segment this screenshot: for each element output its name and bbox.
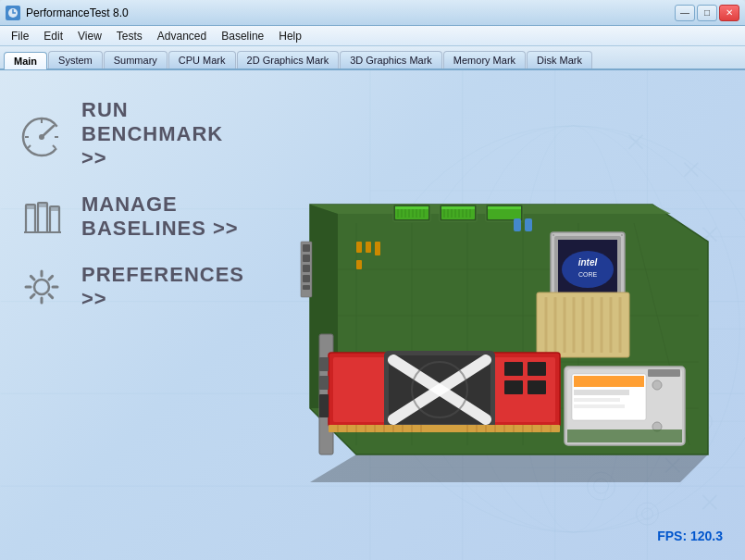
svg-rect-88 [441,206,475,209]
menu-bar: FileEditViewTestsAdvancedBaselineHelp [0,26,745,46]
main-content: RUN BENCHMARK >> MANAGE BASELINES >> [0,70,745,560]
fps-label: FPS: 120.3 [657,529,723,543]
svg-rect-176 [303,275,310,282]
svg-rect-107 [621,234,623,236]
tab-disk-mark[interactable]: Disk Mark [527,51,592,68]
tab-bar: MainSystemSummaryCPU Mark2D Graphics Mar… [0,46,745,70]
svg-rect-166 [356,242,362,253]
svg-rect-50 [50,206,59,211]
svg-rect-167 [366,242,371,253]
gear-icon [19,263,65,311]
svg-text:intel: intel [578,257,598,268]
maximize-button[interactable]: □ [697,5,717,21]
svg-rect-164 [319,376,329,390]
close-button[interactable]: ✕ [719,5,739,21]
run-benchmark-item[interactable]: RUN BENCHMARK >> [0,89,259,180]
svg-rect-142 [329,425,560,432]
menu-item-baseline[interactable]: Baseline [214,28,271,44]
svg-rect-140 [504,380,523,394]
menu-item-view[interactable]: View [70,28,109,44]
svg-line-58 [49,294,53,298]
tab-2d-graphics-mark[interactable]: 2D Graphics Mark [237,51,340,68]
svg-text:CORE: CORE [578,271,598,278]
svg-line-40 [28,145,31,148]
title-bar: PerformanceTest 8.0 — □ ✕ [0,0,745,26]
title-bar-left: PerformanceTest 8.0 [6,6,129,20]
run-benchmark-label: RUN BENCHMARK >> [81,98,241,170]
svg-rect-169 [356,260,362,269]
svg-rect-175 [303,265,310,272]
svg-rect-173 [303,244,310,252]
menu-item-tests[interactable]: Tests [109,28,150,44]
tab-main[interactable]: Main [4,52,47,69]
svg-rect-170 [514,218,521,231]
tab-memory-mark[interactable]: Memory Mark [443,51,526,68]
fps-counter: FPS: 120.3 [657,529,723,543]
left-menu: RUN BENCHMARK >> MANAGE BASELINES >> [0,70,259,560]
svg-rect-128 [648,369,680,377]
menu-item-advanced[interactable]: Advanced [150,28,214,44]
svg-rect-48 [38,203,47,207]
tab-3d-graphics-mark[interactable]: 3D Graphics Mark [340,51,442,68]
svg-rect-77 [395,206,428,209]
tab-summary[interactable]: Summary [104,51,168,68]
preferences-item[interactable]: PREFERENCES >> [0,254,259,320]
svg-rect-122 [574,376,644,387]
svg-rect-139 [528,362,546,376]
menu-item-help[interactable]: Help [271,28,309,44]
svg-rect-106 [553,234,554,236]
svg-rect-168 [375,242,380,255]
svg-rect-138 [504,362,523,376]
svg-rect-125 [574,404,625,408]
svg-point-126 [652,380,662,390]
motherboard-area: intel CORE [264,98,726,496]
svg-rect-171 [525,218,532,231]
manage-baselines-label: MANAGE BASELINES >> [81,193,241,241]
svg-rect-124 [574,398,620,402]
books-icon [19,193,65,241]
svg-rect-177 [303,285,310,290]
menu-item-file[interactable]: File [4,28,36,44]
svg-point-52 [34,280,49,294]
app-icon [6,6,20,20]
svg-rect-129 [567,429,682,442]
manage-baselines-item[interactable]: MANAGE BASELINES >> [0,183,259,250]
svg-point-103 [562,251,614,288]
preferences-label: PREFERENCES >> [81,263,244,311]
window-controls: — □ ✕ [675,5,739,21]
svg-rect-141 [528,380,546,394]
tab-system[interactable]: System [48,51,103,68]
svg-line-41 [53,145,56,148]
menu-item-edit[interactable]: Edit [36,28,70,44]
svg-rect-123 [574,390,629,395]
svg-rect-165 [319,394,329,417]
tab-cpu-mark[interactable]: CPU Mark [168,51,236,68]
svg-point-39 [39,134,44,140]
svg-rect-174 [303,255,310,262]
svg-rect-163 [319,357,329,371]
svg-line-60 [31,294,34,298]
svg-marker-61 [310,454,708,482]
window-title: PerformanceTest 8.0 [26,6,129,19]
svg-line-57 [31,276,34,280]
svg-rect-46 [26,205,35,209]
svg-rect-99 [488,206,521,209]
svg-line-59 [49,276,53,280]
minimize-button[interactable]: — [675,5,695,21]
speedometer-icon [19,110,65,158]
